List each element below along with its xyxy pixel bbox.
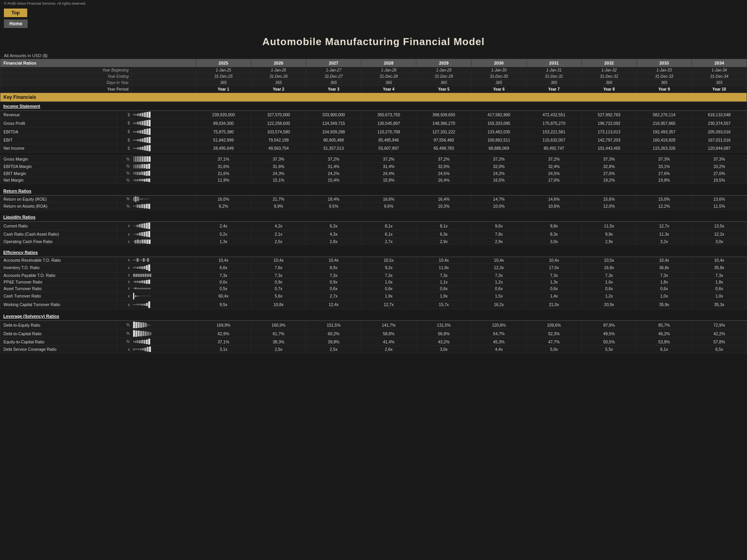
top-button[interactable]: Top — [4, 9, 27, 17]
roe-label: Return on Equity (ROE) — [0, 195, 117, 203]
dc-2028: 58,6% — [361, 329, 416, 338]
net-income-row: Net Income $ 28,495,649 49,563,754 51,35… — [0, 144, 747, 152]
ebit-2028: 85,495,946 — [361, 136, 416, 144]
current-ratio-label: Current Ratio — [0, 222, 117, 230]
year-ending-row: Year Ending 31-Dec-25 31-Dec-26 31-Dec-2… — [0, 74, 747, 80]
dscr-2026: 2,5x — [251, 346, 306, 353]
ye-2025: 31-Dec-25 — [196, 74, 251, 80]
ni-2034: 120,844,087 — [692, 144, 747, 152]
cr-2031: 9,8x — [526, 222, 582, 230]
inv-2027: 8,9x — [306, 263, 361, 272]
ap-to-chart — [131, 272, 196, 278]
cr-2034: 13,5x — [692, 222, 747, 230]
ebit-2030: 100,892,511 — [471, 136, 526, 144]
net-income-unit: $ — [117, 144, 131, 152]
days-in-year-row: Days in Year 365 365 365 366 365 365 365… — [0, 80, 747, 86]
ocf-2028: 2,7x — [361, 238, 416, 245]
yp-2034: Year 10 — [692, 86, 747, 93]
revenue-unit: $ — [117, 111, 131, 119]
yp-2028: Year 4 — [361, 86, 416, 93]
wct-2031: 21,0x — [526, 300, 582, 309]
leverage-ratios-label: Leverage (Solvency) Ratios — [0, 312, 196, 321]
ebitda-label: EBITDA — [0, 128, 117, 136]
roa-2028: 9,6% — [361, 203, 416, 210]
currency-note: All Amounts in USD ($) — [0, 52, 747, 59]
roa-2031: 10,6% — [526, 203, 582, 210]
revenue-2026: 327,570,000 — [251, 111, 306, 119]
cr-2026: 4,2x — [251, 222, 306, 230]
ebit-2026: 79,542,199 — [251, 136, 306, 144]
ebitda-margin-row: EBITDA Margin % 31,6% 31,6% 31,4% 31,4% … — [0, 163, 747, 170]
ebm-2028: 24,4% — [361, 170, 416, 177]
gp-2034: 230,374,557 — [692, 119, 747, 128]
current-ratio-unit: x — [117, 222, 131, 230]
ebitda-unit: $ — [117, 128, 131, 136]
ebm-2033: 27,6% — [637, 170, 692, 177]
home-button[interactable]: Home — [4, 19, 28, 28]
ye-2026: 31-Dec-26 — [251, 74, 306, 80]
em-2026: 31,6% — [251, 163, 306, 170]
ctr-2026: 5,6x — [251, 292, 306, 300]
dscr-2025: 3,1x — [196, 346, 251, 353]
gm-2028: 37,2% — [361, 156, 416, 163]
roe-2028: 16,6% — [361, 195, 416, 203]
dscr-2031: 5,0x — [526, 346, 582, 353]
ye-2031: 31-Dec-31 — [526, 74, 582, 80]
ec-2034: 57,8% — [692, 338, 747, 346]
inv-2031: 17,0x — [526, 263, 582, 272]
dy-2027: 365 — [306, 80, 361, 86]
efficiency-ratios-subsection: Efficiency Ratios — [0, 248, 747, 257]
cash-ratio-unit: x — [117, 230, 131, 238]
ocf-2031: 3,0x — [526, 238, 582, 245]
cash-to-label: Cash Turnover Ratio — [0, 292, 117, 300]
gp-2026: 122,258,600 — [251, 119, 306, 128]
gp-2030: 155,333,095 — [471, 119, 526, 128]
inv-2025: 6,6x — [196, 263, 251, 272]
dc-2033: 46,2% — [637, 329, 692, 338]
return-ratios-label: Return Ratios — [0, 187, 196, 196]
revenue-row: Revenue $ 239,920,000 327,570,000 333,90… — [0, 111, 747, 119]
em-2030: 32,0% — [471, 163, 526, 170]
yb-2027: 1-Jan-27 — [306, 67, 361, 74]
cr-2025: 2,4x — [196, 222, 251, 230]
dscr-2029: 3,0x — [416, 346, 472, 353]
roe-2033: 15,0% — [637, 195, 692, 203]
revenue-2034: 618,133,548 — [692, 111, 747, 119]
ocf-2026: 2,5x — [251, 238, 306, 245]
wct-2029: 15,7x — [416, 300, 472, 309]
ctr-2033: 1,0x — [637, 292, 692, 300]
ppe-2030: 1,2x — [471, 278, 526, 285]
year-2031: 2031 — [526, 59, 582, 67]
car-2031: 8,3x — [526, 230, 582, 238]
dc-2026: 61,7% — [251, 329, 306, 338]
ebitda-2029: 127,331,222 — [416, 128, 472, 136]
ar-2029: 10,4x — [416, 257, 472, 263]
yp-2026: Year 2 — [251, 86, 306, 93]
ni-2027: 51,357,513 — [306, 144, 361, 152]
ar-2033: 10,4x — [637, 257, 692, 263]
dc-ratio-unit: % — [117, 329, 131, 338]
year-period-label: Year Period — [0, 86, 131, 93]
roa-2029: 10,3% — [416, 203, 472, 210]
de-2025: 169,9% — [196, 321, 251, 329]
ebm-2029: 24,5% — [416, 170, 472, 177]
revenue-2025: 239,920,000 — [196, 111, 251, 119]
gross-profit-chart — [131, 119, 196, 128]
yb-2034: 1-Jan-34 — [692, 67, 747, 74]
ebit-2029: 97,556,460 — [416, 136, 472, 144]
ec-2028: 41,4% — [361, 338, 416, 346]
roe-row: Return on Equity (ROE) % 16,0% 21,7% 18,… — [0, 195, 747, 203]
roa-2025: 6,2% — [196, 203, 251, 210]
cash-ratio-row: Cash Ratio (Cash Asset Ratio) x 0,2x 2,1… — [0, 230, 747, 238]
cr-2028: 8,1x — [361, 222, 416, 230]
ec-2033: 53,8% — [637, 338, 692, 346]
ar-to-chart — [131, 257, 196, 263]
de-ratio-row: Debt-to-Equity Ratio % 169,9% 160,9% 151… — [0, 321, 747, 329]
income-statement-subsection: Income Statement — [0, 102, 747, 111]
gm-2032: 37,3% — [582, 156, 637, 163]
at-2032: 0,6x — [582, 285, 637, 292]
dy-2029: 365 — [416, 80, 472, 86]
nm-2026: 15,1% — [251, 177, 306, 184]
page-title: Automobile Manufacturing Financial Model — [0, 30, 747, 52]
em-2029: 32,0% — [416, 163, 472, 170]
